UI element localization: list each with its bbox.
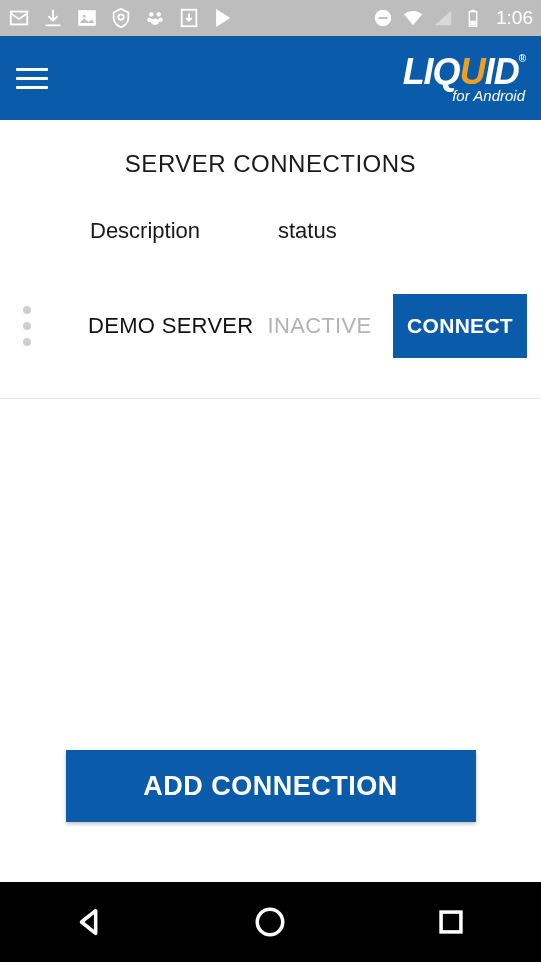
svg-point-3 <box>118 14 124 19</box>
drag-handle-icon[interactable] <box>0 306 54 346</box>
svg-point-8 <box>151 19 158 24</box>
shield-icon <box>110 7 132 29</box>
menu-icon[interactable] <box>16 60 52 96</box>
signal-icon <box>432 7 454 29</box>
server-description: DEMO SERVER <box>54 313 268 339</box>
back-button[interactable] <box>0 882 180 962</box>
column-description-header: Description <box>90 218 278 244</box>
home-button[interactable] <box>180 882 360 962</box>
column-headers: Description status <box>0 218 541 244</box>
svg-point-5 <box>157 13 161 17</box>
logo-text-2: U <box>460 51 485 92</box>
page-title: SERVER CONNECTIONS <box>0 150 541 178</box>
connect-button[interactable]: CONNECT <box>393 294 527 358</box>
download-icon <box>42 7 64 29</box>
svg-rect-14 <box>470 21 476 26</box>
logo-text-1: LIQ <box>403 51 460 92</box>
download-box-icon <box>178 7 200 29</box>
svg-rect-11 <box>378 17 387 19</box>
android-status-bar: 1:06 <box>0 0 541 36</box>
column-status-header: status <box>278 218 337 244</box>
app-header: LIQUID® for Android <box>0 36 541 120</box>
add-connection-button[interactable]: ADD CONNECTION <box>66 750 476 822</box>
svg-point-4 <box>150 13 154 17</box>
status-left-icons <box>8 7 234 29</box>
server-row: DEMO SERVER INACTIVE CONNECT <box>0 294 541 399</box>
android-nav-bar <box>0 882 541 962</box>
status-right-icons: 1:06 <box>372 7 533 29</box>
wifi-icon <box>402 7 424 29</box>
main-content: SERVER CONNECTIONS Description status DE… <box>0 120 541 882</box>
image-icon <box>76 7 98 29</box>
server-status: INACTIVE <box>268 313 393 339</box>
dnd-icon <box>372 7 394 29</box>
svg-rect-16 <box>441 912 461 932</box>
logo-text-3: ID <box>485 51 519 92</box>
svg-point-7 <box>159 18 163 22</box>
paw-icon <box>144 7 166 29</box>
recent-apps-button[interactable] <box>361 882 541 962</box>
svg-point-6 <box>148 18 152 22</box>
svg-rect-13 <box>471 10 475 12</box>
status-time: 1:06 <box>496 7 533 29</box>
svg-point-15 <box>258 909 284 935</box>
play-store-icon <box>212 7 234 29</box>
app-logo: LIQUID® for Android <box>403 54 525 103</box>
battery-icon <box>462 7 484 29</box>
mail-icon <box>8 7 30 29</box>
